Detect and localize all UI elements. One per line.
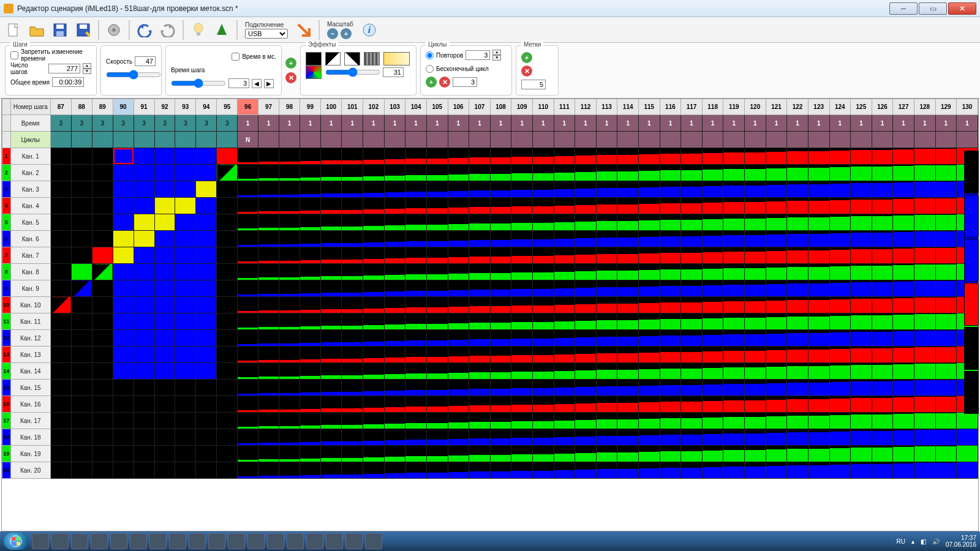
open-file-button[interactable] [26, 19, 48, 41]
settings-button[interactable] [103, 19, 125, 41]
taskbar-app-16[interactable] [345, 533, 363, 549]
connection-label: Подключение [245, 21, 284, 28]
taskbar-app-17[interactable] [365, 533, 382, 549]
fx-slider[interactable] [325, 67, 380, 77]
step-add-button[interactable]: + [285, 58, 296, 69]
taskbar-app-10[interactable] [228, 533, 245, 549]
cycle-count-input[interactable] [453, 77, 477, 87]
taskbar-app-2[interactable] [71, 533, 88, 549]
cycle-add-button[interactable]: + [426, 77, 437, 88]
scale-label: Масштаб [327, 21, 353, 28]
tray-clock[interactable]: 17:37 07.06.2016 [946, 534, 976, 548]
save-as-button[interactable] [72, 19, 94, 41]
close-button[interactable]: ✕ [948, 2, 976, 15]
step-time-input[interactable] [228, 78, 249, 88]
svg-rect-13 [12, 537, 15, 541]
mark-count-input[interactable] [521, 80, 546, 89]
param-panel: Шаги Запретить изменение времени Число ш… [0, 43, 980, 99]
step-time-next[interactable]: ▶ [264, 79, 274, 88]
taskbar-app-3[interactable] [91, 533, 108, 549]
taskbar-app-6[interactable] [149, 533, 167, 549]
step-del-button[interactable]: ✕ [285, 72, 296, 83]
connection-select[interactable]: USB [245, 29, 288, 39]
upload-button[interactable] [293, 19, 315, 41]
undo-button[interactable] [134, 19, 156, 41]
effects-group: Эффекты [300, 45, 417, 96]
svg-rect-15 [12, 542, 15, 545]
step-grid[interactable]: Номер шага878889909192939495969798991001… [2, 99, 978, 479]
speed-slider[interactable] [106, 70, 161, 80]
taskbar-app-15[interactable] [326, 533, 343, 549]
bulb-button[interactable] [187, 19, 209, 41]
start-button[interactable] [4, 533, 28, 550]
taskbar-app-11[interactable] [247, 533, 265, 549]
cycle-repeats-input[interactable] [466, 50, 490, 60]
redo-button[interactable] [157, 19, 179, 41]
taskbar-app-13[interactable] [287, 533, 304, 549]
cycles-group: Циклы Повторов▲▼ Бесконечный цикл +✕ [420, 45, 512, 96]
fx-grad-button[interactable] [383, 52, 410, 66]
speed-input[interactable] [135, 56, 156, 66]
tree-button[interactable] [211, 19, 233, 41]
svg-point-8 [194, 23, 203, 33]
fx-value-input[interactable] [383, 67, 404, 77]
tray-flag-icon: ▴ [911, 538, 914, 545]
fx-stripe-button[interactable] [364, 52, 380, 66]
save-button[interactable] [49, 19, 71, 41]
svg-rect-5 [80, 24, 87, 29]
lock-time-checkbox[interactable] [10, 51, 18, 59]
cycle-infinite-radio[interactable] [426, 65, 434, 73]
mark-del-button[interactable]: ✕ [521, 66, 532, 77]
time-ms-checkbox[interactable] [232, 53, 239, 61]
svg-rect-9 [197, 32, 200, 36]
fx-color-button[interactable] [306, 66, 322, 79]
side-color-strip [964, 151, 979, 414]
window-title: Редактор сценария (iMLed18) - 518шаг-для… [17, 4, 888, 13]
maximize-button[interactable]: ▭ [919, 2, 947, 15]
app-icon [4, 4, 13, 13]
step-time-prev[interactable]: ◀ [252, 79, 262, 88]
taskbar-app-8[interactable] [189, 533, 206, 549]
marks-group: Метки + ✕ [516, 45, 559, 96]
step-count-spinner[interactable]: ▲▼ [83, 63, 91, 74]
zoom-in-button[interactable]: + [341, 28, 352, 39]
svg-rect-2 [56, 24, 64, 29]
system-tray[interactable]: RU ▴ ◧ 🔊 17:37 07.06.2016 [896, 534, 976, 548]
tray-net-icon: ◧ [921, 538, 926, 545]
total-time-input[interactable] [52, 77, 84, 87]
taskbar-app-7[interactable] [169, 533, 186, 549]
taskbar-app-14[interactable] [306, 533, 323, 549]
taskbar-app-12[interactable] [267, 533, 284, 549]
connection-group: Подключение USB [245, 21, 288, 39]
main-toolbar: Подключение USB Масштаб − + i [0, 17, 980, 43]
taskbar-app-4[interactable] [110, 533, 127, 549]
fx-diag2-button[interactable] [344, 52, 360, 66]
zoom-out-button[interactable]: − [327, 28, 338, 39]
cycle-del-button[interactable]: ✕ [439, 77, 450, 88]
help-button[interactable]: i [358, 19, 380, 41]
taskbar-app-5[interactable] [130, 533, 147, 549]
step-time-group: Время в мс. Время шага ◀ ▶ [165, 45, 282, 96]
speed-group: Скорость [100, 45, 162, 96]
minimize-button[interactable]: ─ [889, 2, 918, 15]
tray-lang[interactable]: RU [896, 538, 905, 545]
step-time-slider[interactable] [171, 78, 226, 88]
taskbar-app-0[interactable] [32, 533, 49, 549]
taskbar-app-9[interactable] [208, 533, 225, 549]
cycle-repeats-radio[interactable] [426, 51, 434, 59]
new-file-button[interactable] [2, 19, 24, 41]
scale-group: Масштаб − + [327, 21, 353, 39]
tray-sound-icon: 🔊 [932, 538, 940, 545]
mark-add-button[interactable]: + [521, 52, 532, 63]
grid-scroll[interactable]: Номер шага878889909192939495969798991001… [1, 98, 979, 531]
step-count-input[interactable] [48, 64, 80, 73]
cycle-repeats-spinner[interactable]: ▲▼ [492, 50, 501, 61]
taskbar-apps[interactable] [32, 533, 382, 549]
steps-group: Шаги Запретить изменение времени Число ш… [5, 45, 97, 96]
fx-diag1-button[interactable] [325, 52, 341, 66]
windows-taskbar: RU ▴ ◧ 🔊 17:37 07.06.2016 [0, 531, 980, 551]
fx-solid-button[interactable] [306, 52, 322, 66]
svg-point-7 [112, 28, 116, 32]
taskbar-app-1[interactable] [51, 533, 69, 549]
window-titlebar: Редактор сценария (iMLed18) - 518шаг-для… [0, 0, 980, 17]
